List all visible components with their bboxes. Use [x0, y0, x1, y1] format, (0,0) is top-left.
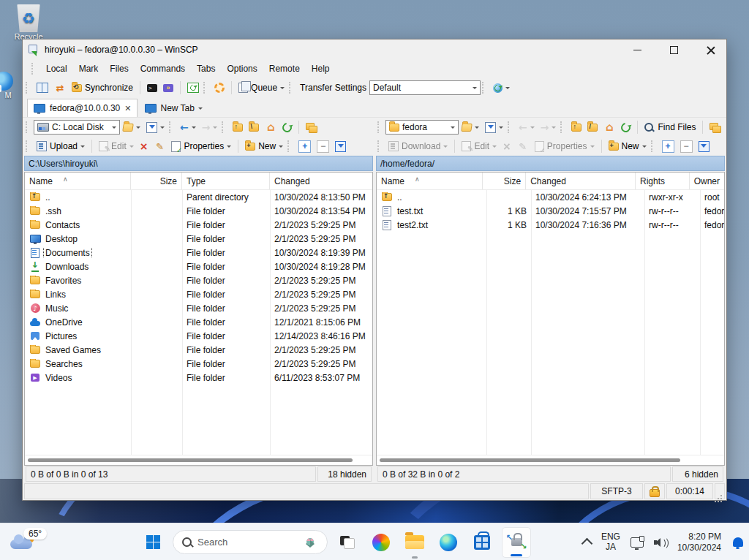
remote-unselect-button[interactable]: − — [677, 139, 696, 154]
local-select-button[interactable]: + — [296, 139, 314, 154]
local-hidden-count[interactable]: 18 hidden — [317, 466, 372, 482]
menu-options[interactable]: Options — [222, 61, 262, 76]
local-unselect-button[interactable]: − — [314, 139, 332, 154]
menu-local[interactable]: Local — [41, 61, 72, 76]
minimize-button[interactable] — [621, 39, 653, 60]
menu-help[interactable]: Help — [306, 61, 335, 76]
menu-mark[interactable]: Mark — [74, 61, 104, 76]
notification-bell-icon[interactable] — [733, 537, 743, 547]
file-row[interactable]: DocumentsFile folder10/30/2024 8:19:39 P… — [25, 246, 372, 260]
file-row[interactable]: ↑..Parent directory10/30/2024 8:13:50 PM — [25, 190, 372, 204]
clock[interactable]: 8:20 PM 10/30/2024 — [677, 531, 721, 553]
menu-tabs[interactable]: Tabs — [192, 61, 220, 76]
update-globe-button[interactable] — [490, 82, 513, 94]
remote-back-button[interactable]: ← — [516, 120, 538, 135]
local-copy-path-button[interactable] — [303, 121, 320, 134]
remote-forward-button[interactable]: → — [538, 120, 560, 135]
file-row[interactable]: PicturesFile folder12/14/2023 8:46:16 PM — [25, 329, 372, 343]
search-box[interactable]: Search — [173, 530, 328, 554]
store-button[interactable] — [468, 528, 496, 557]
menu-commands[interactable]: Commands — [135, 61, 190, 76]
column-header-rights[interactable]: Rights — [636, 173, 690, 189]
upload-button[interactable]: Upload — [34, 140, 88, 153]
local-back-button[interactable]: ← — [177, 120, 199, 135]
start-button[interactable] — [139, 528, 167, 557]
local-edit-button[interactable]: Edit — [96, 140, 137, 153]
local-refresh-button[interactable] — [279, 121, 295, 134]
title-bar[interactable]: hiroyuki – fedora@10.0.0.30 – WinSCP — [23, 39, 726, 60]
remote-delete-button[interactable]: × — [500, 139, 514, 154]
local-root-directory-button[interactable]: \ — [246, 122, 262, 133]
column-header-type[interactable]: Type — [182, 173, 270, 189]
network-icon[interactable] — [631, 537, 644, 548]
remote-open-directory-button[interactable] — [459, 122, 482, 133]
file-row[interactable]: ↓DownloadsFile folder10/30/2024 8:19:28 … — [25, 260, 372, 273]
file-row[interactable]: OneDriveFile folder12/1/2021 8:15:06 PM — [25, 315, 372, 329]
preferences-panes-button[interactable] — [34, 81, 51, 94]
preferences-button[interactable] — [211, 81, 227, 94]
synchronize-button[interactable]: ⟲ Synchronize — [69, 81, 136, 94]
remote-root-directory-button[interactable]: / — [584, 122, 601, 133]
synchronize-browsing-button[interactable] — [51, 80, 69, 95]
session-tab-active[interactable]: fedora@10.0.0.30 ✕ — [27, 99, 138, 117]
local-delete-button[interactable]: × — [137, 139, 151, 154]
remote-edit-button[interactable]: Edit — [459, 140, 500, 153]
queue-button[interactable]: Queue — [236, 81, 287, 94]
show-hidden-icons-chevron[interactable] — [581, 538, 593, 550]
file-row[interactable]: .sshFile folder10/30/2024 8:13:54 PM — [25, 204, 372, 218]
copilot-button[interactable] — [367, 528, 395, 557]
local-filter-toggle-button[interactable] — [332, 140, 349, 154]
open-terminal-button[interactable]: > — [144, 83, 160, 94]
protocol-cell[interactable]: SFTP-3 — [590, 483, 643, 499]
weather-widget[interactable]: 65° — [7, 529, 51, 557]
file-row[interactable]: ▶VideosFile folder6/11/2023 8:53:07 PM — [25, 371, 372, 385]
remote-home-button[interactable] — [601, 120, 618, 135]
remote-filter-button[interactable] — [482, 121, 506, 135]
find-files-button[interactable]: Find Files — [641, 121, 699, 134]
remote-copy-path-button[interactable] — [707, 121, 724, 134]
remote-refresh-button[interactable] — [618, 121, 633, 134]
menu-files[interactable]: Files — [105, 61, 133, 76]
scrollbar-thumb[interactable] — [380, 458, 680, 462]
remote-hidden-count[interactable]: 6 hidden — [672, 466, 723, 482]
encryption-cell[interactable] — [644, 483, 665, 499]
remote-select-button[interactable]: + — [659, 139, 677, 154]
remote-path-bar[interactable]: /home/fedora/ — [376, 156, 725, 171]
local-parent-directory-button[interactable]: ↑ — [230, 122, 246, 133]
column-header-name[interactable]: Name∧ — [25, 173, 131, 189]
column-header-changed[interactable]: Changed — [270, 173, 372, 189]
file-row[interactable]: LinksFile folder2/1/2023 5:29:25 PM — [25, 287, 372, 301]
volume-icon[interactable] — [654, 537, 667, 548]
file-row[interactable]: FavoritesFile folder2/1/2023 5:29:25 PM — [25, 273, 372, 287]
menu-remote[interactable]: Remote — [264, 61, 305, 76]
winscp-taskbar-button[interactable]: ↖↘ — [502, 527, 531, 558]
local-new-button[interactable]: + New — [242, 140, 286, 153]
file-row[interactable]: ↑..10/30/2024 6:24:13 PMrwxr-xr-xroot — [377, 190, 724, 204]
column-header-name[interactable]: Name∧ — [377, 173, 483, 189]
local-forward-button[interactable]: → — [199, 120, 221, 135]
scrollbar-thumb[interactable] — [28, 458, 353, 462]
file-row[interactable]: test.txt1 KB10/30/2024 7:15:57 PMrw-r--r… — [377, 204, 724, 218]
transfer-settings-select[interactable]: Default — [369, 80, 481, 95]
remote-properties-button[interactable]: Properties — [532, 140, 598, 154]
new-tab-button[interactable]: New Tab — [138, 99, 209, 117]
custom-command-button[interactable]: » — [160, 83, 176, 94]
remote-parent-directory-button[interactable]: ↑ — [568, 122, 584, 133]
download-button[interactable]: Download — [385, 140, 451, 153]
file-row[interactable]: test2.txt1 KB10/30/2024 7:16:36 PMrw-r--… — [377, 218, 724, 232]
file-row[interactable]: ♪MusicFile folder2/1/2023 5:29:25 PM — [25, 301, 372, 315]
local-rename-button[interactable] — [151, 139, 168, 154]
local-filter-button[interactable] — [143, 121, 168, 135]
remote-directory-select[interactable]: fedora — [385, 120, 459, 135]
remote-horizontal-scrollbar[interactable] — [377, 455, 724, 465]
local-drive-select[interactable]: C: Local Disk — [34, 120, 120, 135]
column-header-changed[interactable]: Changed — [526, 173, 636, 189]
local-horizontal-scrollbar[interactable] — [25, 455, 372, 465]
edge-button[interactable] — [434, 528, 462, 557]
column-header-size[interactable]: Size — [483, 173, 526, 189]
file-row[interactable]: ContactsFile folder2/1/2023 5:29:25 PM — [25, 218, 372, 232]
file-explorer-button[interactable] — [401, 528, 429, 557]
column-header-size[interactable]: Size — [131, 173, 182, 189]
local-open-directory-button[interactable] — [120, 122, 143, 133]
local-home-button[interactable] — [262, 120, 279, 135]
